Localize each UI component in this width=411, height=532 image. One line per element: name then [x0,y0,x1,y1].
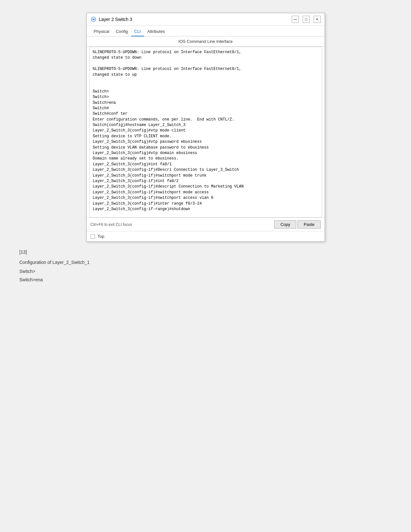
bottom-bar: Top [87,231,325,241]
copy-button[interactable]: Copy [274,220,296,228]
cmd-line-1: Switch> [19,269,392,274]
top-label: Top [98,234,104,239]
title-bar: Layer 2 Switch 3 — □ × [87,13,325,26]
paste-button[interactable]: Paste [298,220,320,228]
terminal-output[interactable]: %LINEPROTO-5-UPDOWN: Line protocol on In… [89,47,322,218]
footer-buttons: Copy Paste [274,220,321,228]
maximize-button[interactable]: □ [303,16,310,23]
cli-hint: Ctrl+F6 to exit CLI focus [91,222,132,227]
tab-physical[interactable]: Physical [91,28,113,36]
cli-header: IOS Command Line Interface [87,36,325,47]
main-window: Layer 2 Switch 3 — □ × Physical Config C… [86,13,325,242]
minimize-button[interactable]: — [292,16,299,23]
tab-config[interactable]: Config [113,28,131,36]
close-button[interactable]: × [314,16,321,23]
tab-bar: Physical Config CLI Attributes [87,26,325,36]
window-controls: — □ × [292,16,321,23]
cmd-line-2: Switch>ena [19,277,392,282]
window-title: Layer 2 Switch 3 [99,17,132,22]
tab-attributes[interactable]: Attributes [144,28,168,36]
title-bar-left: Layer 2 Switch 3 [91,16,132,22]
window-icon [91,16,96,22]
section-number: [13] [19,249,392,255]
tab-cli[interactable]: CLI [131,28,144,36]
config-label: Configuration of Layer_2_Switch_1 [19,260,392,265]
page-content: [13] Configuration of Layer_2_Switch_1 S… [13,249,398,282]
svg-point-1 [93,19,94,20]
top-checkbox[interactable] [91,234,95,239]
footer-bar: Ctrl+F6 to exit CLI focus Copy Paste [87,218,325,231]
